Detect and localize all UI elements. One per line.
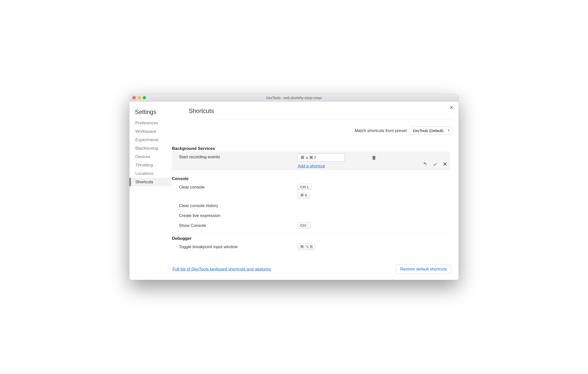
trash-icon[interactable] <box>372 155 376 161</box>
shortcut-input[interactable]: ⌘ s ⌘ f <box>298 154 345 162</box>
cancel-icon[interactable]: ✕ <box>443 161 447 167</box>
preset-label: Match shortcuts from preset <box>355 128 407 133</box>
sidebar-item-experiments[interactable]: Experiments <box>134 136 172 144</box>
page-title: Shortcuts <box>189 107 454 119</box>
shortcut-keys: ⌘ s ⌘ fAdd a shortcut <box>298 154 372 169</box>
row-actions <box>372 212 447 213</box>
shortcut-keys: ⌘ ⌥ B <box>298 243 372 250</box>
shortcut-label: Toggle breakpoint input window <box>179 243 298 249</box>
sidebar-item-workspace[interactable]: Workspace <box>134 127 172 136</box>
sidebar: Settings PreferencesWorkspaceExperiments… <box>129 102 172 280</box>
key-badge: ⌘ ⌥ B <box>298 243 315 250</box>
minimize-window-icon[interactable] <box>138 96 141 99</box>
category-separator <box>172 173 450 173</box>
shortcut-row: Show ConsoleCtrl ` <box>172 220 450 230</box>
zoom-window-icon[interactable] <box>143 96 146 99</box>
shortcut-row: Create live expression <box>172 210 450 220</box>
content-area: ✕ Settings PreferencesWorkspaceExperimen… <box>129 102 459 280</box>
sidebar-item-shortcuts[interactable]: Shortcuts <box>129 178 172 186</box>
sidebar-item-devices[interactable]: Devices <box>134 153 172 161</box>
category-header: Debugger <box>172 236 450 241</box>
row-actions <box>372 243 447 244</box>
preset-value: DevTools (Default) <box>413 129 443 133</box>
row-actions <box>372 222 447 223</box>
shortcut-label: Show Console <box>179 222 298 228</box>
shortcuts-scroll[interactable]: Background ServicesStart recording event… <box>172 144 454 262</box>
preset-row: Match shortcuts from preset DevTools (De… <box>172 127 454 135</box>
shortcut-row: Clear consoleCtrl L⌘ K <box>172 182 450 200</box>
key-badge: Ctrl ` <box>298 222 311 228</box>
shortcut-row: Start recording events⌘ s ⌘ fAdd a short… <box>172 152 450 171</box>
category-header: Console <box>172 176 450 181</box>
category-header: Background Services <box>172 146 450 151</box>
category-separator <box>172 232 450 233</box>
shortcut-label: Create live expression <box>179 212 298 218</box>
shortcut-keys: Ctrl L⌘ K <box>298 184 372 198</box>
sidebar-item-throttling[interactable]: Throttling <box>134 161 172 169</box>
shortcut-label: Start recording events <box>179 154 298 160</box>
restore-defaults-button[interactable]: Restore default shortcuts <box>396 265 451 274</box>
shortcut-row: Toggle breakpoint input window⌘ ⌥ B <box>172 241 450 252</box>
row-actions <box>372 184 447 184</box>
main-panel: Shortcuts Match shortcuts from preset De… <box>172 102 459 280</box>
shortcut-label: Clear console <box>179 184 298 190</box>
shortcut-label: Clear console history <box>179 202 298 208</box>
sidebar-item-blackboxing[interactable]: Blackboxing <box>134 144 172 153</box>
titlebar: DevTools - web.dev/why-coop-coep/ <box>129 94 459 102</box>
sidebar-item-preferences[interactable]: Preferences <box>134 119 172 127</box>
footer: Full list of DevTools keyboard shortcuts… <box>172 262 454 277</box>
edit-actions: ✕ <box>422 161 447 167</box>
window-controls <box>132 96 146 99</box>
preset-select[interactable]: DevTools (Default) <box>410 127 452 135</box>
shortcut-keys: Ctrl ` <box>298 222 372 228</box>
key-badge: ⌘ K <box>298 192 310 198</box>
sidebar-title: Settings <box>135 108 172 115</box>
close-window-icon[interactable] <box>132 96 136 99</box>
window-title: DevTools - web.dev/why-coop-coep/ <box>129 96 459 100</box>
undo-icon[interactable] <box>422 161 427 167</box>
row-actions <box>372 202 447 203</box>
confirm-icon[interactable] <box>432 161 438 167</box>
sidebar-item-locations[interactable]: Locations <box>134 169 172 178</box>
shortcut-row: Clear console history <box>172 200 450 210</box>
app-window: DevTools - web.dev/why-coop-coep/ ✕ Sett… <box>129 94 459 280</box>
full-list-link[interactable]: Full list of DevTools keyboard shortcuts… <box>172 267 271 272</box>
key-badge: Ctrl L <box>298 184 312 190</box>
row-actions: ✕ <box>372 154 447 167</box>
add-shortcut-link[interactable]: Add a shortcut <box>298 164 325 169</box>
